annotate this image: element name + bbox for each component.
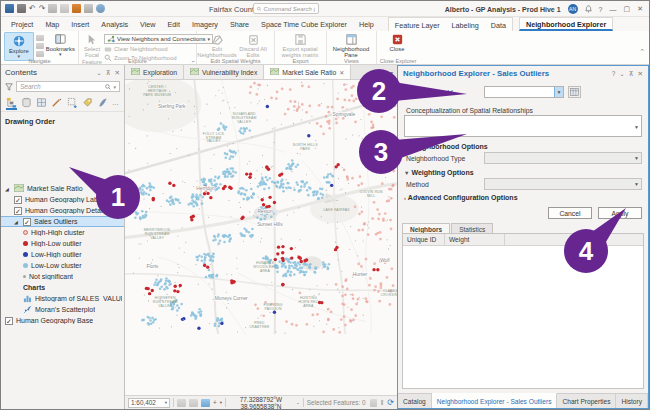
ribbon-tab-feature-layer[interactable]: Feature Layer <box>389 18 446 31</box>
bottom-tab-neighborhood-explorer-sales-outliers[interactable]: Neighborhood Explorer - Sales Outliers <box>432 393 558 408</box>
contents-search-input[interactable]: Search ▾ <box>16 81 120 92</box>
refresh-icon[interactable]: ⟳ <box>387 398 394 407</box>
new-map-surround-icon[interactable] <box>177 399 186 407</box>
bottom-tab-catalog[interactable]: Catalog <box>398 394 432 408</box>
list-by-editing-icon[interactable] <box>51 96 62 108</box>
command-search-input[interactable]: Command Search (Alt+Q) <box>253 3 319 14</box>
ribbon-tab-project[interactable]: Project <box>5 17 39 31</box>
neighborhood-options-section[interactable]: ▼Neighborhood Options <box>404 143 488 150</box>
conceptualization-dropdown-icon[interactable]: ▼ <box>632 123 641 131</box>
list-by-data-source-icon[interactable] <box>21 96 32 108</box>
close-explorer-button[interactable]: Close <box>380 32 414 52</box>
pane-help-icon[interactable]: ? <box>612 70 616 78</box>
cancel-button[interactable]: Cancel <box>548 207 592 219</box>
bottom-tab-chart-properties[interactable]: Chart Properties <box>557 394 616 408</box>
layer-checkbox[interactable]: ✓ <box>23 218 31 226</box>
ribbon-tab-analysis[interactable]: Analysis <box>95 17 134 31</box>
list-by-drawing-order-icon[interactable] <box>6 96 17 108</box>
list-by-labeling-icon[interactable] <box>82 96 93 108</box>
status-more-icon[interactable]: ▾ <box>220 400 222 405</box>
apply-button[interactable]: Apply <box>598 207 642 219</box>
tree-item-high-low-outlier[interactable]: High-Low outlier <box>1 238 124 249</box>
expander-icon[interactable]: ◢ <box>14 219 20 225</box>
pane-menu-icon[interactable]: ⌄ <box>619 70 624 78</box>
tree-heading-charts[interactable]: Charts <box>1 282 124 293</box>
map-tab-market-sale-ratio[interactable]: Market Sale Ratio✕ <box>264 65 351 79</box>
list-by-selection-icon[interactable] <box>67 96 78 108</box>
neighbors-table-body[interactable] <box>403 246 643 388</box>
ribbon-tab-help[interactable]: Help <box>353 17 380 31</box>
contents-menu-icon[interactable]: ⌄ <box>96 69 101 77</box>
ribbon-tab-edit[interactable]: Edit <box>162 17 186 31</box>
app-icon[interactable] <box>5 4 14 13</box>
select-icon[interactable] <box>60 4 69 13</box>
pause-drawing-icon[interactable]: ‖ <box>381 399 384 406</box>
layout-grid-icon[interactable] <box>189 399 198 407</box>
tree-item-moran-s-scatterplot[interactable]: Moran's Scatterplot <box>1 304 124 315</box>
tree-item-not-significant[interactable]: Not significant <box>1 271 124 282</box>
map-tab-exploration[interactable]: Exploration <box>125 65 184 79</box>
explore-button[interactable]: Explore ▾ <box>4 32 34 61</box>
expander-icon[interactable]: ◢ <box>5 186 11 192</box>
weighting-options-section[interactable]: ▼Weighting Options <box>404 169 474 176</box>
add-bookmark-icon[interactable]: + <box>213 399 217 406</box>
switch-to-table-button[interactable] <box>568 86 581 98</box>
attributes-icon[interactable] <box>370 399 377 407</box>
bookmarks-button[interactable]: Bookmarks ▾ <box>46 32 75 58</box>
selected-features-label[interactable]: Selected Features: 0 <box>307 399 366 406</box>
ribbon-tab-space-time-cube-explorer[interactable]: Space Time Cube Explorer <box>255 17 353 31</box>
unique-id-field-select[interactable]: ▼ <box>484 86 564 98</box>
map-tab-close-icon[interactable]: ✕ <box>339 69 344 76</box>
contents-more-icon[interactable]: … <box>112 99 119 106</box>
column-header-unique-id[interactable]: Unique ID <box>403 234 445 245</box>
column-header-weight[interactable]: Weight <box>445 234 505 245</box>
tree-item-human-geography-base[interactable]: ✓Human Geography Base <box>1 315 124 326</box>
ribbon-tab-view[interactable]: View <box>134 17 161 31</box>
tree-item-sales-outliers[interactable]: ◢✓Sales Outliers <box>1 216 124 227</box>
ribbon-tab-share[interactable]: Share <box>224 17 255 31</box>
conceptualization-select[interactable]: ▼ <box>404 115 642 137</box>
save-icon[interactable] <box>17 4 26 13</box>
map-coordinates[interactable]: 77.3288792°W 38.9655838°N <box>229 396 293 410</box>
tree-item-human-geography-detail[interactable]: ✓Human Geography Detail <box>1 205 124 216</box>
tree-item-human-geography-label[interactable]: ✓Human Geography Label <box>1 194 124 205</box>
geoprocessing-icon[interactable] <box>72 4 81 13</box>
account-name[interactable]: Alberto - GP Analysis - Prod Hive 1 <box>445 6 561 13</box>
layer-checkbox[interactable]: ✓ <box>14 207 22 215</box>
minimize-button[interactable]: — <box>610 6 617 13</box>
map-canvas[interactable]: CENTER /HERITAGEPARK MUSEUMSterling Park… <box>125 80 397 395</box>
coords-dropdown-icon[interactable]: ⌄ <box>296 400 300 405</box>
edit-neighborhoods-button[interactable]: Edit Neighborhoods <box>200 32 234 59</box>
layer-checkbox[interactable]: ✓ <box>14 196 22 204</box>
pane-pin-icon[interactable]: ⊼ <box>629 70 634 78</box>
ribbon-tab-labeling[interactable]: Labeling <box>446 18 485 31</box>
snapping-toggle-icon[interactable] <box>201 399 210 407</box>
filter-icon[interactable] <box>5 83 13 91</box>
advanced-options-section[interactable]: ›Advanced Configuration Options <box>404 194 518 201</box>
avatar[interactable]: AN <box>568 4 578 14</box>
notifications-icon[interactable] <box>585 5 592 13</box>
map-tab-vulnerability-index[interactable]: Vulnerability Index <box>184 65 264 79</box>
windows-icon[interactable] <box>84 4 93 13</box>
export-spatial-weights-button[interactable]: Export spatial weights matrix <box>278 32 322 59</box>
neighborhood-pane-button[interactable]: Neighborhood Pane <box>330 32 372 59</box>
contents-close-icon[interactable]: ✕ <box>115 69 120 77</box>
full-extent-icon[interactable] <box>36 51 44 57</box>
ribbon-tab-data[interactable]: Data <box>485 18 512 31</box>
tree-item-market-sale-ratio[interactable]: ◢Market Sale Ratio <box>1 183 124 194</box>
ribbon-tab-imagery[interactable]: Imagery <box>186 17 224 31</box>
layer-checkbox[interactable]: ✓ <box>5 317 13 325</box>
customize-icon[interactable] <box>96 4 105 13</box>
bottom-tab-history[interactable]: History <box>616 394 648 408</box>
search-options-icon[interactable]: ▾ <box>113 84 116 90</box>
previous-extent-icon[interactable] <box>36 35 44 41</box>
map-scale-select[interactable]: 1:60,402 ▾ <box>128 398 170 408</box>
list-by-charts-icon[interactable] <box>97 96 108 108</box>
pane-close-icon[interactable]: ✕ <box>638 70 643 78</box>
close-window-button[interactable]: ✕ <box>637 5 643 13</box>
fixed-zoom-icon[interactable] <box>36 43 44 49</box>
add-data-icon[interactable] <box>48 4 57 13</box>
tree-item-histogram-of-sales-value[interactable]: Histogram of SALES_VALUE <box>1 293 124 304</box>
maximize-button[interactable]: ▢ <box>624 5 631 13</box>
tree-item-low-high-outlier[interactable]: Low-High outlier <box>1 249 124 260</box>
